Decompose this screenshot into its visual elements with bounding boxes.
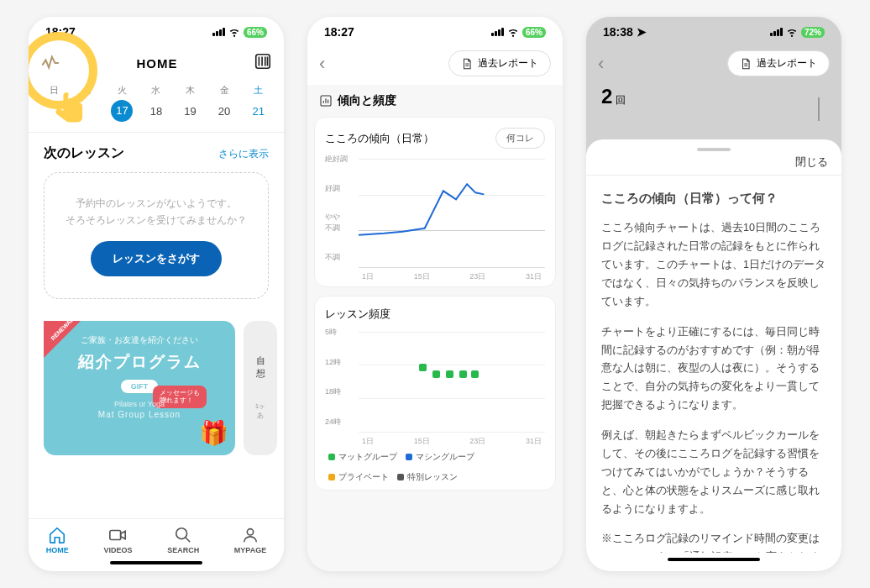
status-time: 18:27 — [324, 25, 354, 39]
bar-chart-icon — [319, 94, 333, 108]
battery-badge: 66% — [522, 27, 546, 38]
empty-line-1: 予約中のレッスンがないようです。 — [56, 195, 256, 212]
bottom-tab-bar: HOME VIDEOS SEARCH MYPAGE — [29, 518, 284, 556]
status-time: 18:38 ➤ — [603, 25, 647, 39]
frequency-scatter-chart: 5時 12時 18時 24時 1日 15日 — [325, 327, 545, 444]
sub-header: ‹ 過去レポート — [307, 47, 563, 85]
video-icon — [108, 526, 127, 544]
mood-line-chart: 絶好調 好調 やや 不調 不調 1日 15日 23日 — [325, 154, 545, 280]
signal-icon — [491, 28, 504, 36]
report-scroll-body[interactable]: 傾向と頻度 こころの傾向（日常） 何コレ 絶好調 好調 やや 不調 不調 — [307, 85, 563, 571]
find-lesson-button[interactable]: レッスンをさがす — [91, 241, 222, 276]
document-icon — [461, 58, 473, 70]
home-indicator — [110, 561, 202, 564]
pointer-hand-icon — [54, 91, 89, 133]
promo-card-peek[interactable]: 自 想 1ヶ あ — [244, 321, 277, 455]
lesson-count: 2 回 — [586, 85, 841, 115]
lesson-frequency-card: レッスン頻度 5時 12時 18時 24時 — [314, 296, 556, 491]
trend-section-title: 傾向と頻度 — [314, 85, 556, 117]
calendar-today[interactable]: 17 — [111, 100, 133, 122]
sheet-close-button[interactable]: 閉じる — [586, 151, 841, 175]
past-reports-button[interactable]: 過去レポート — [448, 50, 551, 76]
renewal-ribbon — [44, 321, 81, 358]
freq-point — [459, 370, 467, 378]
freq-point — [446, 370, 453, 378]
next-lesson-title: 次のレッスン — [44, 144, 124, 162]
mood-y-axis: 絶好調 好調 やや 不調 不調 — [325, 154, 348, 263]
empty-lesson-card: 予約中のレッスンがないようです。 そろそろレッスンを受けてみませんか？ レッスン… — [44, 172, 269, 299]
frequency-legend: マットグループ マシングループ プライベート 特別レッスン — [325, 444, 545, 483]
sub-header: ‹ 過去レポート — [586, 47, 841, 85]
mood-trend-card: こころの傾向（日常） 何コレ 絶好調 好調 やや 不調 不調 — [314, 117, 556, 287]
next-lesson-section: 次のレッスン さらに表示 予約中のレッスンがないようです。 そろそろレッスンを受… — [29, 133, 284, 321]
home-icon — [48, 526, 66, 544]
back-button[interactable]: ‹ — [319, 53, 325, 75]
user-icon — [241, 526, 259, 544]
freq-point — [471, 370, 479, 378]
sheet-title: こころの傾向（日常）って何？ — [601, 187, 826, 209]
show-more-link[interactable]: さらに表示 — [218, 147, 269, 161]
sheet-paragraph: こころ傾向チャートは、過去10日間のこころログに記録された日常の記録をもとに作ら… — [601, 219, 826, 311]
search-icon — [174, 526, 192, 544]
svg-point-2 — [176, 528, 187, 539]
mood-x-axis: 1日 15日 23日 31日 — [359, 271, 545, 282]
legend-private: プライベート — [328, 471, 389, 483]
wifi-icon — [507, 26, 519, 38]
status-bar: 18:27 66% — [307, 17, 563, 47]
tab-search[interactable]: SEARCH — [167, 526, 199, 554]
phone-explanation-sheet: 18:38 ➤ 72% ‹ 過去レポート 2 回 閉じる こころの傾向（日常）っ… — [586, 17, 841, 571]
promo-carousel[interactable]: ご家族・お友達を紹介ください 紹介プログラム GIFT メッセージも 贈れます！… — [29, 321, 284, 455]
chart-bar-peek — [818, 97, 820, 121]
mood-line — [359, 159, 545, 269]
legend-special: 特別レッスン — [397, 471, 458, 483]
past-reports-button[interactable]: 過去レポート — [727, 50, 830, 76]
referral-promo-card[interactable]: ご家族・お友達を紹介ください 紹介プログラム GIFT メッセージも 贈れます！… — [44, 321, 235, 455]
tutorial-pointer — [29, 32, 97, 109]
legend-mat: マットグループ — [328, 451, 397, 463]
back-button[interactable]: ‹ — [598, 53, 604, 75]
tab-home[interactable]: HOME — [46, 526, 69, 554]
gift-icon: 🎁 — [199, 419, 228, 447]
empty-line-2: そろそろレッスンを受けてみませんか？ — [56, 212, 256, 228]
status-bar: 18:38 ➤ 72% — [586, 17, 841, 47]
scan-icon-button[interactable] — [254, 52, 272, 74]
wifi-icon — [786, 26, 798, 38]
battery-badge: 72% — [801, 27, 825, 38]
signal-icon — [212, 28, 225, 36]
tab-mypage[interactable]: MYPAGE — [234, 526, 266, 554]
sheet-paragraph: チャートをより正確にするには、毎日同じ時間に記録するのがおすすめです（例：朝が得… — [601, 323, 826, 415]
svg-rect-1 — [110, 531, 121, 540]
legend-machine: マシングループ — [406, 451, 474, 463]
whats-this-button[interactable]: 何コレ — [495, 128, 545, 149]
sheet-paragraph: ※こころログ記録のリマインド時間の変更はMYPAGEにある「通知設定」から変えら… — [601, 530, 826, 553]
location-icon: ➤ — [637, 25, 647, 39]
status-right: 66% — [212, 26, 267, 38]
freq-point — [432, 370, 440, 378]
phone-trend-report: 18:27 66% ‹ 過去レポート 傾向と頻度 こころの傾向（日常） 何コレ … — [307, 17, 563, 571]
wifi-icon — [228, 26, 240, 38]
page-title: HOME — [137, 56, 178, 71]
explanation-bottom-sheet: 閉じる こころの傾向（日常）って何？ こころ傾向チャートは、過去10日間のこころ… — [586, 139, 841, 571]
phone-home: 18:27 66% HOME 日 月 火 水 木 金 土 17 18 19 20… — [29, 17, 284, 571]
freq-x-axis: 1日 15日 23日 31日 — [359, 436, 545, 447]
battery-badge: 66% — [244, 27, 267, 38]
tab-videos[interactable]: VIDEOS — [103, 526, 132, 554]
freq-point — [419, 364, 427, 371]
sheet-scroll-body[interactable]: こころの傾向（日常）って何？ こころ傾向チャートは、過去10日間のこころログに記… — [586, 175, 841, 553]
document-icon — [740, 58, 752, 70]
signal-icon — [770, 28, 783, 36]
freq-y-axis: 5時 12時 18時 24時 — [325, 327, 341, 428]
home-indicator — [668, 558, 760, 561]
sheet-paragraph: 例えば、朝起きたらまずペルビックカールをして、その後にこころログを記録する習慣を… — [601, 427, 826, 518]
svg-point-3 — [247, 529, 253, 535]
